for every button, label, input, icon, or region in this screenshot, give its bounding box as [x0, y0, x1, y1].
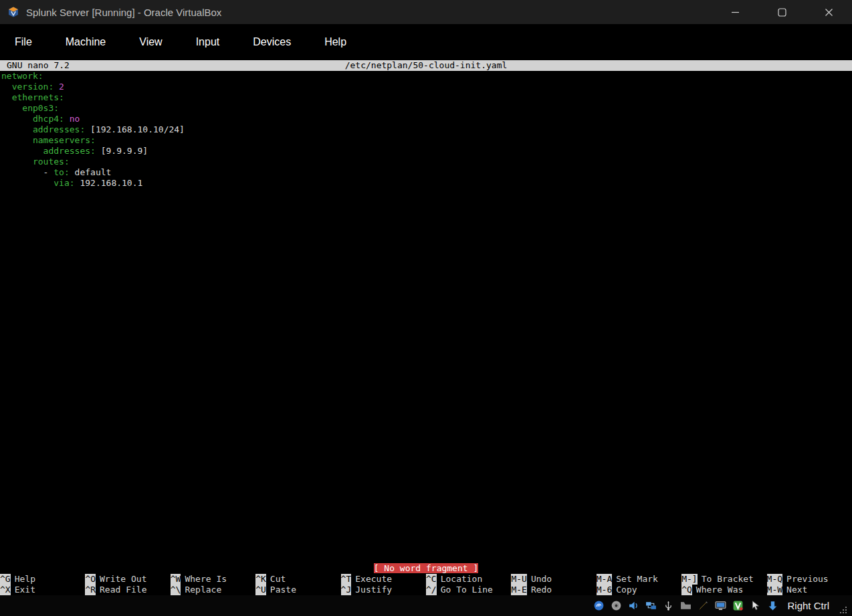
shortcut-read-file[interactable]: ^RRead File	[85, 585, 170, 595]
shortcut-exit[interactable]: ^XExit	[0, 585, 85, 595]
shortcut-to-bracket[interactable]: M-]To Bracket	[681, 574, 766, 585]
shortcut-key: ^/	[426, 585, 437, 595]
hard-disks-icon[interactable]	[593, 600, 605, 611]
shortcut-label: Where Is	[181, 574, 227, 584]
nano-version: GNU nano 7.2	[7, 60, 70, 71]
shortcut-key: M-6	[597, 585, 612, 595]
editor-content[interactable]: network: version: 2 ethernets: enp0s3: d…	[1, 71, 852, 189]
shortcut-redo[interactable]: M-ERedo	[511, 585, 596, 595]
terminal[interactable]: /etc/netplan/50-cloud-init.yaml GNU nano…	[0, 60, 852, 595]
network-icon[interactable]	[645, 600, 657, 611]
shortcut-label: Read File	[96, 585, 146, 595]
code-segment: no	[70, 114, 80, 124]
shared-folders-icon[interactable]	[680, 600, 691, 611]
nano-filename: /etc/netplan/50-cloud-init.yaml	[0, 60, 852, 71]
code-segment: ethernets:	[1, 92, 64, 102]
shortcut-next[interactable]: M-WNext	[767, 585, 852, 595]
menu-input[interactable]: Input	[196, 36, 220, 48]
nano-status-row: [ No word fragment ]	[0, 563, 852, 574]
usb-icon[interactable]	[663, 600, 674, 611]
shortcut-key: ^K	[255, 574, 266, 585]
shortcut-row-2: ^XExit^RRead File^\Replace^UPaste^JJusti…	[0, 585, 852, 595]
code-segment: dhcp4:	[1, 114, 70, 124]
shortcut-replace[interactable]: ^\Replace	[171, 585, 255, 595]
code-segment: nameservers:	[1, 135, 96, 145]
shortcut-write-out[interactable]: ^OWrite Out	[85, 574, 170, 585]
features-icon[interactable]	[732, 600, 744, 611]
shortcut-label: Exit	[11, 585, 35, 595]
menu-devices[interactable]: Devices	[253, 36, 291, 48]
mouse-integration-icon[interactable]	[750, 600, 761, 611]
maximize-button[interactable]	[758, 0, 805, 24]
shortcut-where-was[interactable]: ^QWhere Was	[681, 585, 766, 595]
code-segment: default	[75, 167, 112, 177]
nano-status-message: [ No word fragment ]	[374, 563, 479, 573]
shortcut-label: Location	[437, 574, 483, 584]
shortcut-label: Help	[11, 574, 35, 584]
shortcut-undo[interactable]: M-UUndo	[511, 574, 596, 585]
editor-line: via: 192.168.10.1	[1, 178, 852, 189]
shortcut-key: ^U	[255, 585, 266, 595]
title-bar: Splunk Server [Running] - Oracle Virtual…	[0, 0, 852, 24]
shortcut-where-is[interactable]: ^WWhere Is	[171, 574, 255, 585]
resize-grip[interactable]	[839, 605, 848, 615]
code-segment: 192.168.10.1	[80, 178, 142, 188]
keyboard-icon[interactable]	[767, 600, 778, 611]
shortcut-key: ^C	[426, 574, 437, 585]
optical-drives-icon[interactable]	[611, 600, 622, 611]
shortcut-label: Paste	[266, 585, 296, 595]
shortcut-key: ^T	[341, 574, 352, 585]
shortcut-label: Copy	[612, 585, 637, 595]
shortcut-location[interactable]: ^CLocation	[426, 574, 511, 585]
editor-line: enp0s3:	[1, 103, 852, 114]
shortcut-label: Previous	[782, 574, 829, 584]
menu-help[interactable]: Help	[324, 36, 346, 48]
code-segment: addresses:	[1, 124, 90, 134]
editor-line: addresses: [192.168.10.10/24]	[1, 124, 852, 135]
close-button[interactable]	[805, 0, 852, 24]
shortcut-copy[interactable]: M-6Copy	[597, 585, 681, 595]
menu-machine[interactable]: Machine	[66, 36, 106, 48]
code-segment: version:	[1, 82, 59, 92]
shortcut-key: ^O	[85, 574, 96, 585]
virtualbox-logo-icon	[7, 5, 20, 19]
menu-bar: FileMachineViewInputDevicesHelp	[0, 24, 852, 60]
shortcut-row-1: ^GHelp^OWrite Out^WWhere Is^KCut^TExecut…	[0, 574, 852, 585]
menu-file[interactable]: File	[15, 36, 32, 48]
shortcut-label: Execute	[351, 574, 392, 584]
code-segment: to:	[54, 167, 74, 177]
shortcut-cut[interactable]: ^KCut	[255, 574, 340, 585]
audio-icon[interactable]	[628, 600, 639, 611]
shortcut-justify[interactable]: ^JJustify	[341, 585, 426, 595]
shortcut-label: Next	[782, 585, 807, 595]
shortcut-go-to-line[interactable]: ^/Go To Line	[426, 585, 511, 595]
shortcut-key: ^X	[0, 585, 11, 595]
minimize-button[interactable]	[712, 0, 758, 24]
recording-icon[interactable]	[698, 600, 709, 611]
shortcut-label: Justify	[351, 585, 392, 595]
editor-line: routes:	[1, 157, 852, 167]
shortcut-previous[interactable]: M-QPrevious	[767, 574, 852, 585]
editor-line: ethernets:	[1, 92, 852, 103]
shortcut-execute[interactable]: ^TExecute	[341, 574, 426, 585]
shortcut-label: Go To Line	[437, 585, 493, 595]
editor-line: dhcp4: no	[1, 114, 852, 124]
host-key-label: Right Ctrl	[787, 600, 829, 611]
shortcut-key: M-W	[767, 585, 782, 595]
shortcut-paste[interactable]: ^UPaste	[255, 585, 340, 595]
shortcut-key: M-E	[511, 585, 526, 595]
nano-title-bar: /etc/netplan/50-cloud-init.yaml GNU nano…	[0, 60, 852, 71]
code-segment: [9.9.9.9]	[101, 146, 148, 156]
code-segment: network:	[1, 71, 43, 81]
editor-line: version: 2	[1, 82, 852, 92]
menu-view[interactable]: View	[139, 36, 162, 48]
shortcut-label: To Bracket	[698, 574, 754, 584]
editor-line: nameservers:	[1, 135, 852, 146]
code-segment: via:	[54, 178, 80, 188]
display-icon[interactable]	[715, 600, 726, 611]
shortcut-label: Write Out	[96, 574, 146, 584]
vm-status-bar: Right Ctrl	[0, 595, 852, 616]
code-segment: -	[1, 167, 54, 177]
shortcut-set-mark[interactable]: M-ASet Mark	[597, 574, 681, 585]
shortcut-help[interactable]: ^GHelp	[0, 574, 85, 585]
